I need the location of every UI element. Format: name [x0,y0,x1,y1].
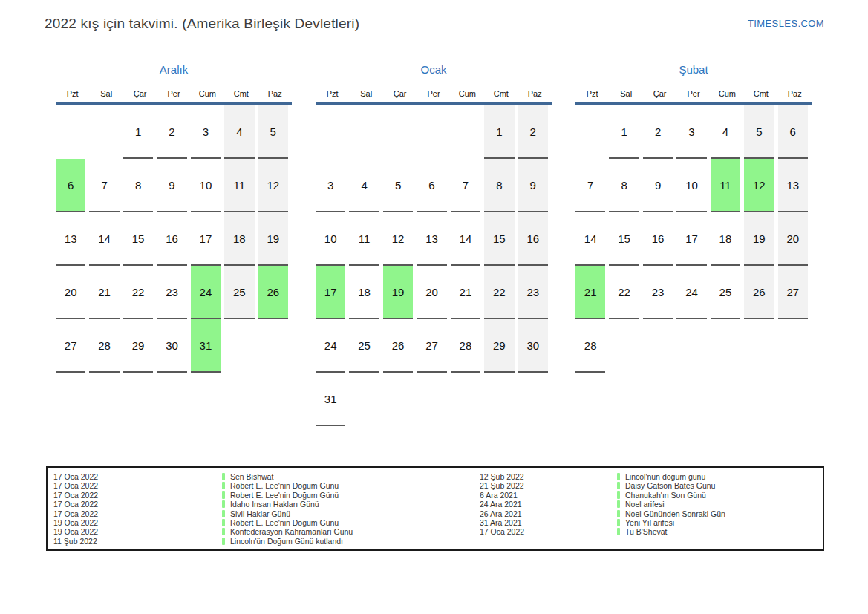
day-cell: 10 [676,159,710,212]
day-box: 31 [316,373,345,426]
day-box: 25 [711,266,740,319]
day-cell [711,319,744,373]
day-box: 15 [609,212,639,266]
day-box: 15 [123,212,153,266]
day-box: 24 [676,266,706,319]
day-number: 20 [65,286,77,298]
day-cell: 8 [123,159,157,212]
event-color-bar-icon [222,538,225,545]
day-number: 1 [621,125,627,138]
day-cell: 19 [744,212,777,266]
weekday-label: Çar [383,89,417,98]
day-box: 4 [224,105,254,159]
day-box: 18 [711,212,740,266]
month-grid: 1234567891011121314151617181920212223242… [316,105,552,426]
day-cell: 23 [157,266,190,319]
legend-date: 17 Oca 2022 [53,500,222,509]
weekday-label: Cmt [224,89,258,98]
legend-date: 24 Ara 2021 [480,500,617,509]
weekday-label: Pzt [316,89,349,98]
day-number: 25 [719,286,732,298]
day-cell: 25 [711,266,744,319]
day-cell: 8 [609,159,642,212]
day-number: 16 [526,232,539,245]
day-box: 3 [191,105,221,159]
day-cell: 29 [123,319,157,373]
day-number: 6 [68,179,74,192]
month-Ocak: OcakPztSalÇarPerCumCmtPaz123456789101112… [316,62,552,426]
legend-date: 19 Oca 2022 [53,527,222,536]
day-box: 14 [575,212,605,266]
weekday-label: Çar [123,89,157,98]
month-Aralık: AralıkPztSalÇarPerCumCmtPaz1234567891011… [56,62,292,426]
day-box: 3 [316,159,345,212]
day-number: 12 [392,232,405,245]
holiday-legend: 17 Oca 2022Sen Bishwat12 Şub 2022Lincol'… [46,466,824,551]
day-number: 27 [425,339,438,352]
day-box: 30 [157,319,186,373]
day-box: 5 [744,105,774,159]
day-number: 12 [267,179,279,192]
day-number: 23 [526,286,539,298]
day-box: 9 [157,159,186,212]
day-box: 13 [417,212,446,266]
day-cell: 27 [778,266,812,319]
legend-event-name: Idaho İnsan Hakları Günü [222,500,480,509]
day-cell: 14 [89,212,123,266]
day-box: 13 [56,212,85,266]
weekday-label: Paz [258,89,292,98]
legend-event-name: Daisy Gatson Bates Günü [617,481,818,490]
day-box: 23 [518,266,548,319]
day-number: 24 [200,286,212,298]
day-cell [518,373,552,426]
day-cell: 11 [711,159,744,212]
weekday-label: Sal [609,89,642,98]
day-cell: 9 [643,159,676,212]
weekday-label: Cum [191,89,224,98]
legend-event-name: Lincoln'ün Doğum Günü kutlandı [222,537,480,546]
months-container: AralıkPztSalÇarPerCumCmtPaz1234567891011… [56,62,812,426]
day-box: 28 [89,319,119,373]
day-cell: 21 [451,266,484,319]
day-cell: 2 [643,105,676,159]
weekday-label: Paz [778,89,812,98]
day-box: 1 [484,105,514,159]
legend-event-name: Chanukah'ın Son Günü [617,491,818,500]
day-number: 17 [324,286,337,298]
weekday-label: Per [417,89,450,98]
day-cell: 16 [643,212,676,266]
day-cell: 2 [157,105,190,159]
day-number: 3 [327,179,333,192]
day-box: 1 [609,105,639,159]
legend-event-name: Sen Bishwat [222,472,480,481]
day-cell: 26 [258,266,292,319]
legend-date: 17 Oca 2022 [53,491,222,500]
site-logo-link[interactable]: TIMESLES.COM [748,18,824,29]
day-cell: 19 [258,212,292,266]
day-number: 2 [169,125,174,138]
day-box: 7 [575,159,605,212]
day-cell: 3 [676,105,710,159]
day-box: 19 [744,212,774,266]
day-box: 9 [643,159,673,212]
day-cell: 17 [316,266,349,319]
day-box: 14 [451,212,480,266]
day-number: 9 [169,179,174,192]
legend-row: 19 Oca 2022Konfederasyon Kahramanları Gü… [53,527,823,536]
day-box: 24 [316,319,345,373]
day-box: 16 [643,212,673,266]
event-color-bar-icon [222,491,225,499]
month-title: Şubat [575,62,812,77]
day-box: 21 [89,266,119,319]
day-cell: 11 [224,159,258,212]
day-number: 10 [685,179,698,192]
day-number: 25 [233,286,246,298]
day-box: 10 [676,159,706,212]
legend-row: 17 Oca 2022Sivil Haklar Günü26 Ara 2021N… [53,509,823,518]
day-cell: 22 [609,266,642,319]
day-box: 13 [778,159,808,212]
day-number: 9 [655,179,661,192]
day-box: 20 [56,266,85,319]
day-cell: 31 [191,319,224,373]
legend-date: 31 Ara 2021 [480,518,617,527]
